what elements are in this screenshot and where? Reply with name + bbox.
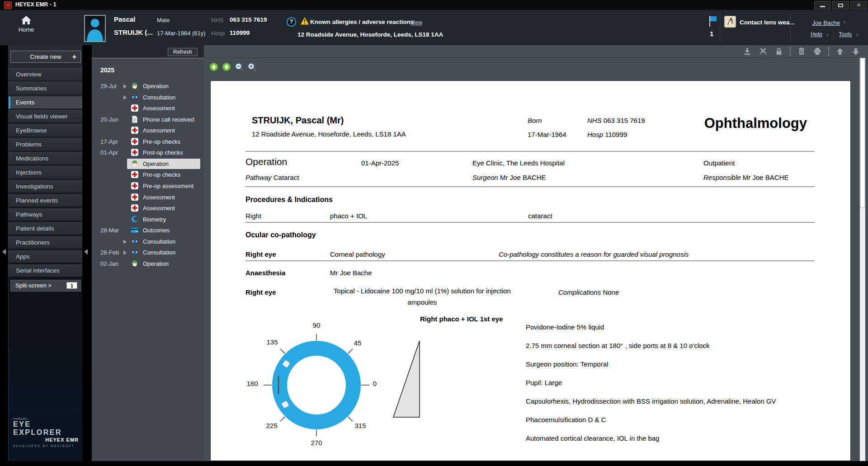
timeline-event-pre-op-assessment[interactable]: Pre-op assessment [92, 182, 204, 192]
sidebar-item-eyebrowse[interactable]: EyeBrowse [9, 124, 82, 137]
hosp-number: 110999 [230, 29, 250, 36]
patient-sex: Male [157, 17, 170, 24]
patient-avatar[interactable] [84, 15, 106, 42]
flag-icon[interactable] [708, 15, 718, 27]
minimize-button[interactable] [814, 1, 831, 9]
contact-lens-alert-icon[interactable] [724, 16, 736, 28]
page-down-icon[interactable] [222, 62, 231, 71]
logo-tagline: DEVELOPED BY MEDISOFT [13, 444, 79, 447]
collapse-timeline-arrow-icon[interactable] [84, 249, 88, 254]
sidebar-item-medications[interactable]: Medications [9, 152, 82, 165]
create-new-button[interactable]: Create new + [10, 51, 81, 63]
allergies-view-link[interactable]: View [410, 19, 422, 26]
app-logo-icon [4, 1, 12, 9]
timeline-event-assessment[interactable]: Assessment [92, 204, 204, 214]
sidebar-item-label: Investigations [16, 183, 53, 190]
doc-op-location: Eye Clinic, The Leeds Hospital [472, 159, 565, 167]
print-icon[interactable] [812, 47, 822, 56]
sidebar-item-problems[interactable]: Problems [9, 138, 82, 151]
sidebar-item-investigations[interactable]: Investigations [9, 180, 82, 193]
operation-note-line: Surgeon position: Temporal [526, 358, 802, 370]
timeline-event-consultation[interactable]: Consultation [92, 93, 204, 103]
sidebar-item-summaries[interactable]: Summaries [9, 82, 82, 95]
timeline-event-pre-op-checks[interactable]: 17-AprPre-op checks [92, 137, 204, 147]
split-screen-control[interactable]: Split-screen > 1 [10, 280, 81, 292]
sidebar-item-label: Summaries [16, 85, 47, 92]
doc-anaes-side: Right eye [245, 288, 276, 296]
expand-arrow-icon[interactable] [123, 250, 127, 255]
lock-icon[interactable] [774, 47, 784, 56]
timeline-event-assessment[interactable]: Assessment [92, 193, 204, 203]
sidebar-item-practitioners[interactable]: Practitioners [9, 236, 82, 249]
alert-banner-text[interactable]: Contact lens wea... [740, 19, 795, 26]
logo-product: HEYEX EMR [13, 437, 79, 442]
sidebar-item-overview[interactable]: Overview [9, 68, 82, 81]
edit-pencils-icon[interactable] [758, 47, 768, 56]
timeline-event-outcomes[interactable]: 28-MarOutcomes [92, 226, 204, 236]
tools-menu-link[interactable]: Tools [839, 31, 852, 38]
operation-notes-list: Povidone-Iodine 5% liquid2.75 mm corneal… [526, 321, 802, 451]
event-label: Assessment [143, 194, 175, 201]
sidebar-item-label: Medications [16, 155, 48, 162]
eye-explorer-logo: medisoft's EYE EXPLORER HEYEX EMR DEVELO… [13, 417, 79, 447]
outcomes-card-icon [131, 226, 139, 234]
degree-label-90: 90 [313, 321, 321, 329]
logo-brand-small: medisoft's [13, 417, 79, 420]
expand-arrow-icon[interactable] [123, 95, 127, 100]
patient-help-icon[interactable]: ? [287, 17, 296, 27]
events-timeline-panel: Refresh 2025 29-JulOperationConsultation… [92, 45, 204, 461]
timeline-event-post-op-checks[interactable]: 01-AprPost-op checks [92, 148, 204, 158]
assessment-cross-icon [131, 182, 139, 190]
doc-patient-name: STRUIJK, Pascal (Mr) [252, 115, 344, 126]
move-down-icon[interactable] [851, 47, 861, 56]
user-menu-link[interactable]: Joe Bache [812, 19, 840, 26]
doc-copath-note: Co-pathology constitutes a reason for gu… [499, 250, 689, 258]
timeline-event-assessment[interactable]: Assessment [92, 104, 204, 114]
collapse-left-panel-arrow-icon[interactable] [2, 249, 6, 254]
sidebar-item-apps[interactable]: Apps [9, 250, 82, 263]
home-button[interactable]: Home [12, 14, 41, 42]
help-menu-link[interactable]: Help [811, 31, 822, 38]
minimize-icon [820, 6, 825, 7]
timeline-event-pre-op-checks[interactable]: Pre-op checks [92, 170, 204, 180]
sidebar-item-patient-details[interactable]: Patient details [9, 222, 82, 235]
zoom-in-icon[interactable] [247, 62, 256, 71]
timeline-event-consultation[interactable]: Consultation [92, 237, 204, 247]
document-scrollbar[interactable] [859, 58, 865, 461]
page-up-icon[interactable] [209, 62, 218, 71]
close-button[interactable]: ✕ [850, 1, 867, 9]
maximize-button[interactable] [832, 1, 849, 9]
scrollbar-thumb[interactable] [860, 59, 865, 208]
operation-note-line: Capsulorhexis, Hydrodissection with BSS … [526, 395, 802, 407]
expand-arrow-icon[interactable] [123, 240, 127, 244]
window-bottom-edge [0, 461, 868, 466]
sidebar-item-events[interactable]: Events [9, 96, 82, 109]
timeline-event-operation[interactable]: Operation [92, 160, 204, 169]
doc-pathway: Pathway Cataract [245, 174, 299, 181]
refresh-button[interactable]: Refresh [168, 48, 198, 56]
doc-complications-value: None [603, 288, 619, 296]
sidebar-item-planned-events[interactable]: Planned events [9, 194, 82, 207]
assessment-cross-icon [131, 148, 139, 156]
operation-icon [131, 259, 139, 268]
timeline-event-phone-call-received[interactable]: 20-JunPhone call received [92, 115, 204, 125]
timeline-event-operation[interactable]: 02-JanOperation [92, 259, 204, 269]
event-date: 17-Apr [100, 138, 118, 145]
flag-count: 1 [710, 30, 713, 38]
sidebar-item-visual-fields-viewer[interactable]: Visual fields viewer [9, 110, 82, 123]
timeline-event-biometry[interactable]: Biometry [92, 215, 204, 225]
event-label: Assessment [143, 105, 175, 112]
download-icon[interactable] [742, 47, 752, 56]
trash-icon[interactable] [797, 47, 807, 56]
degree-label-0: 0 [373, 380, 377, 387]
zoom-out-icon[interactable] [235, 62, 244, 71]
timeline-event-operation[interactable]: 29-JulOperation [92, 82, 204, 92]
sidebar-item-injections[interactable]: Injections [9, 166, 82, 179]
move-up-icon[interactable] [835, 47, 845, 56]
timeline-event-assessment[interactable]: Assessment [92, 126, 204, 136]
sidebar-item-serial-interfaces[interactable]: Serial interfaces [9, 264, 82, 277]
expand-arrow-icon[interactable] [123, 84, 127, 89]
sidebar-item-pathways[interactable]: Pathways [9, 208, 82, 221]
assessment-cross-icon [131, 137, 139, 146]
timeline-event-consultation[interactable]: 28-FebConsultation [92, 248, 204, 258]
